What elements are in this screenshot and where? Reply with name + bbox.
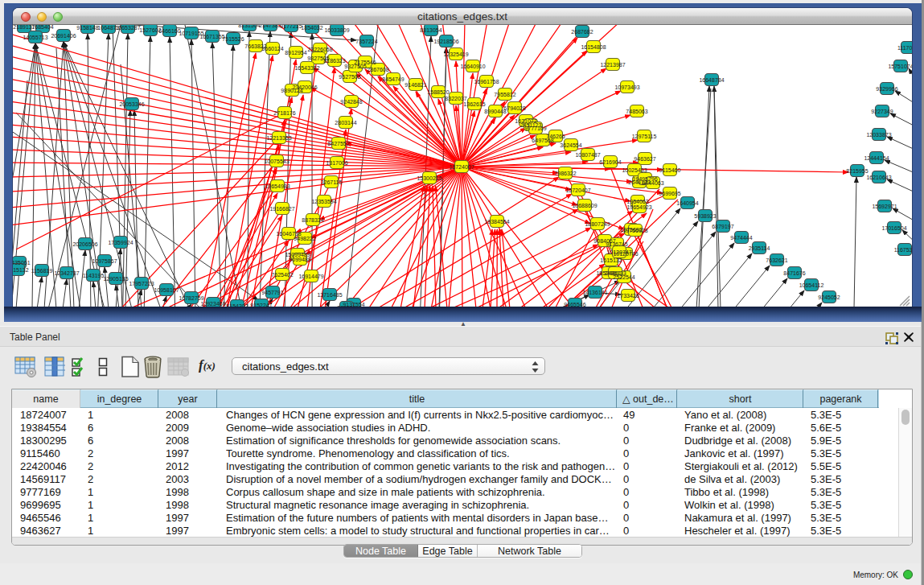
svg-text:8912954: 8912954 xyxy=(285,50,306,56)
svg-text:6466160: 6466160 xyxy=(158,28,180,34)
svg-text:9158148: 9158148 xyxy=(76,25,98,31)
svg-text:7625402: 7625402 xyxy=(271,272,293,278)
svg-text:23226058: 23226058 xyxy=(307,47,332,52)
svg-text:9498222: 9498222 xyxy=(294,236,315,241)
svg-text:12325419: 12325419 xyxy=(443,51,468,57)
svg-text:1854032: 1854032 xyxy=(301,25,322,31)
svg-text:9699695: 9699695 xyxy=(659,191,680,196)
svg-text:10975867: 10975867 xyxy=(92,258,117,264)
svg-text:1615132: 1615132 xyxy=(600,257,622,263)
svg-text:17016504: 17016504 xyxy=(881,225,906,231)
svg-text:14136141: 14136141 xyxy=(582,290,607,295)
svg-text:19756928: 19756928 xyxy=(622,228,647,233)
svg-text:5938923: 5938923 xyxy=(694,213,716,219)
svg-text:1733426: 1733426 xyxy=(617,293,639,299)
svg-text:10075543: 10075543 xyxy=(264,159,289,164)
svg-text:10973493: 10973493 xyxy=(614,84,639,90)
svg-text:19384554: 19384554 xyxy=(484,219,509,225)
svg-text:10958107: 10958107 xyxy=(154,287,179,293)
svg-text:12353594: 12353594 xyxy=(311,199,336,204)
svg-text:9444063: 9444063 xyxy=(642,180,663,186)
svg-text:9227349: 9227349 xyxy=(871,109,893,114)
svg-text:1588520: 1588520 xyxy=(427,89,449,95)
svg-text:6216904: 6216904 xyxy=(599,159,621,165)
svg-text:10653287: 10653287 xyxy=(115,25,140,31)
svg-text:8186323: 8186323 xyxy=(323,58,345,64)
svg-text:8813054: 8813054 xyxy=(420,27,441,33)
svg-text:7357224: 7357224 xyxy=(355,39,377,44)
svg-text:9146821: 9146821 xyxy=(405,82,426,88)
svg-text:1954063: 1954063 xyxy=(626,199,648,204)
svg-text:19654983: 19654983 xyxy=(265,183,290,189)
svg-text:10120747: 10120747 xyxy=(606,249,631,255)
svg-text:1117042: 1117042 xyxy=(897,45,912,51)
svg-text:20691406: 20691406 xyxy=(51,33,76,39)
svg-text:10807487: 10807487 xyxy=(575,152,600,158)
svg-text:7515526: 7515526 xyxy=(222,36,244,42)
svg-text:19218506: 19218506 xyxy=(433,39,458,44)
svg-text:9242848: 9242848 xyxy=(340,99,362,105)
svg-text:15720407: 15720407 xyxy=(565,187,590,193)
svg-text:9457791: 9457791 xyxy=(261,290,283,295)
svg-text:20206506: 20206506 xyxy=(72,241,97,247)
svg-text:2147382: 2147382 xyxy=(259,25,281,28)
svg-text:15751074: 15751074 xyxy=(888,64,912,69)
svg-text:7955812: 7955812 xyxy=(494,92,515,97)
svg-text:1317006: 1317006 xyxy=(326,160,347,166)
svg-text:7485063: 7485063 xyxy=(626,109,647,114)
svg-text:12905135: 12905135 xyxy=(103,276,128,282)
svg-text:12923468: 12923468 xyxy=(200,301,225,307)
svg-text:9152241: 9152241 xyxy=(250,303,272,307)
svg-text:16640910: 16640910 xyxy=(460,64,485,69)
svg-text:12444154: 12444154 xyxy=(864,155,889,161)
svg-text:19166827: 19166827 xyxy=(269,206,294,212)
svg-text:12033873: 12033873 xyxy=(866,132,891,138)
svg-text:7632621: 7632621 xyxy=(766,257,787,263)
svg-text:2718176: 2718176 xyxy=(273,110,295,116)
svg-text:9435061: 9435061 xyxy=(13,260,31,266)
svg-text:9115460: 9115460 xyxy=(659,167,681,173)
svg-text:16210643: 16210643 xyxy=(866,175,891,180)
svg-text:9465546: 9465546 xyxy=(564,302,585,307)
svg-text:1156819: 1156819 xyxy=(31,268,53,274)
svg-text:3660124: 3660124 xyxy=(261,46,283,51)
svg-text:16961758: 16961758 xyxy=(474,79,499,84)
svg-text:16033809: 16033809 xyxy=(324,27,349,33)
svg-text:16154808: 16154808 xyxy=(581,44,606,50)
svg-text:9890124: 9890124 xyxy=(281,88,302,93)
svg-text:16671355: 16671355 xyxy=(199,34,224,39)
svg-text:16543382: 16543382 xyxy=(294,65,319,71)
svg-text:8915132: 8915132 xyxy=(13,267,29,273)
svg-text:1143195: 1143195 xyxy=(83,273,105,278)
svg-text:16914479: 16914479 xyxy=(298,274,323,279)
svg-text:14055713: 14055713 xyxy=(23,35,47,40)
svg-text:10654112: 10654112 xyxy=(799,282,824,288)
svg-text:16782759: 16782759 xyxy=(179,295,203,301)
svg-text:824502: 824502 xyxy=(337,305,355,307)
svg-text:2687682: 2687682 xyxy=(571,29,593,35)
svg-text:1640954: 1640954 xyxy=(676,200,698,206)
svg-text:12213987: 12213987 xyxy=(600,62,625,68)
svg-text:2935114: 2935114 xyxy=(749,245,770,251)
svg-text:8154202: 8154202 xyxy=(226,303,248,307)
svg-text:8131504: 8131504 xyxy=(238,25,260,28)
svg-text:19654923: 19654923 xyxy=(626,204,651,210)
svg-text:9099488: 9099488 xyxy=(289,257,310,262)
svg-text:2486133: 2486133 xyxy=(604,270,626,276)
svg-text:2867608: 2867608 xyxy=(367,67,388,72)
svg-text:9177215: 9177215 xyxy=(280,25,302,29)
svg-text:2803144: 2803144 xyxy=(335,120,356,126)
svg-text:16648784: 16648784 xyxy=(699,77,724,83)
svg-text:9777169: 9777169 xyxy=(524,126,546,131)
svg-text:7986322: 7986322 xyxy=(554,171,576,176)
svg-text:9245052: 9245052 xyxy=(818,295,840,300)
svg-text:9527505: 9527505 xyxy=(339,74,360,80)
svg-text:6794028: 6794028 xyxy=(503,105,525,111)
svg-text:8878334: 8878334 xyxy=(302,217,323,223)
svg-text:10025433: 10025433 xyxy=(622,167,647,173)
svg-text:8427552: 8427552 xyxy=(327,141,349,146)
svg-text:9329966: 9329966 xyxy=(876,86,897,92)
svg-text:17957223: 17957223 xyxy=(129,281,154,286)
svg-text:18807249: 18807249 xyxy=(585,221,610,227)
svg-text:1685404: 1685404 xyxy=(31,25,53,30)
